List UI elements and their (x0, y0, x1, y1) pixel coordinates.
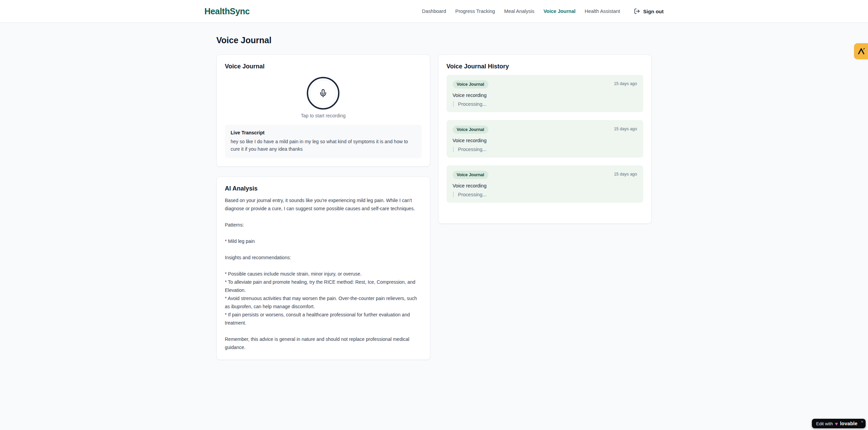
lovable-brand-label: lovable (840, 421, 857, 426)
entry-processing-status: Processing... (453, 101, 637, 107)
microphone-icon (319, 89, 328, 98)
feedback-widget-tab[interactable] (854, 43, 868, 59)
nav-item-progress-tracking[interactable]: Progress Tracking (455, 9, 495, 14)
entry-type-badge: Voice Journal (453, 171, 488, 179)
history-entry[interactable]: Voice Journal 15 days ago Voice recordin… (447, 75, 644, 112)
badge-close-icon[interactable]: ✕ (861, 420, 864, 424)
sign-out-button[interactable]: Sign out (634, 8, 664, 14)
ai-analysis-body: Based on your journal entry, it sounds l… (225, 196, 422, 351)
record-button[interactable] (307, 77, 339, 110)
entry-type-badge: Voice Journal (453, 126, 488, 134)
recorder-card-title: Voice Journal (225, 63, 422, 70)
entry-type-badge: Voice Journal (453, 80, 488, 88)
nav-item-dashboard[interactable]: Dashboard (422, 9, 446, 14)
page-title: Voice Journal (216, 35, 652, 45)
entry-processing-status: Processing... (453, 192, 637, 197)
sign-out-label: Sign out (643, 9, 664, 14)
entry-label: Voice recording (453, 183, 637, 188)
entry-timestamp: 15 days ago (614, 127, 637, 131)
voice-recorder-card: Voice Journal Tap to start recording (216, 54, 430, 167)
log-out-icon (634, 8, 640, 14)
lovable-heart-icon: ♥ (835, 421, 838, 426)
live-transcript-text: hey so like I do have a mild pain in my … (231, 138, 416, 153)
edit-with-label: Edit with (816, 421, 833, 426)
ai-analysis-title: AI Analysis (225, 185, 422, 192)
feedback-widget-icon (857, 47, 865, 55)
tap-to-record-hint: Tap to start recording (301, 113, 346, 118)
nav-item-meal-analysis[interactable]: Meal Analysis (504, 9, 534, 14)
history-card-title: Voice Journal History (447, 63, 644, 70)
nav-item-health-assistant[interactable]: Health Assistant (585, 9, 620, 14)
nav-item-voice-journal[interactable]: Voice Journal (544, 9, 575, 14)
entry-processing-status: Processing... (453, 147, 637, 152)
entry-label: Voice recording (453, 93, 637, 98)
live-transcript-title: Live Transcript (231, 130, 416, 135)
history-entry[interactable]: Voice Journal 15 days ago Voice recordin… (447, 120, 644, 158)
history-entry[interactable]: Voice Journal 15 days ago Voice recordin… (447, 165, 644, 203)
edit-with-lovable-badge[interactable]: Edit with ♥ lovable ✕ (812, 419, 866, 428)
entry-timestamp: 15 days ago (614, 172, 637, 177)
main-nav: Dashboard Progress Tracking Meal Analysi… (422, 8, 664, 14)
top-navbar: HealthSync Dashboard Progress Tracking M… (0, 0, 868, 23)
voice-journal-history-card: Voice Journal History Voice Journal 15 d… (438, 54, 652, 224)
main-content: Voice Journal Voice Journal (216, 23, 652, 360)
entry-timestamp: 15 days ago (614, 81, 637, 86)
ai-analysis-card: AI Analysis Based on your journal entry,… (216, 177, 430, 360)
entry-label: Voice recording (453, 138, 637, 143)
live-transcript-box: Live Transcript hey so like I do have a … (225, 125, 422, 158)
app-logo: HealthSync (204, 6, 250, 16)
